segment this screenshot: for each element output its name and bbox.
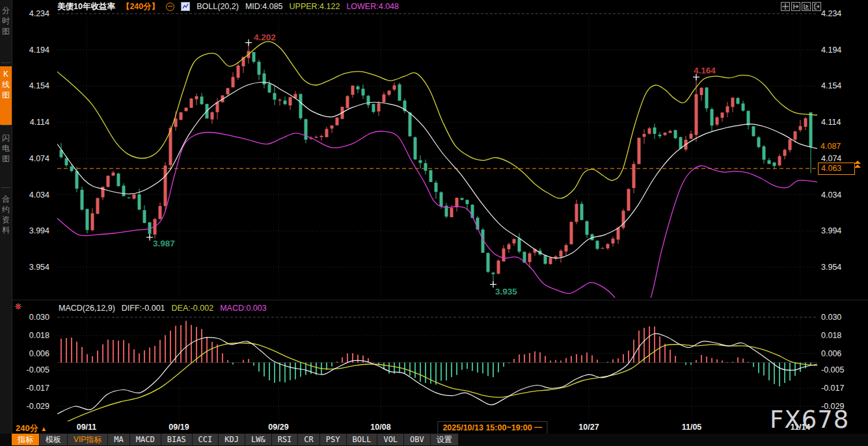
price-axis-label: 4.194	[821, 46, 852, 55]
price-axis-label: 4.154	[18, 81, 49, 90]
toolbar-button-KDJ[interactable]: KDJ	[219, 434, 245, 445]
selected-bar-info: 2025/10/13 15:00~19:00 一	[437, 421, 547, 435]
sidebar-tab-1[interactable]: 分时图	[0, 3, 12, 62]
svg-text:3.935: 3.935	[495, 287, 517, 296]
toolbar-button-CCI[interactable]: CCI	[193, 434, 219, 445]
macd-header: MACD(26,12,9) DIFF:-0.001 DEA:-0.002 MAC…	[59, 304, 267, 313]
toolbar-button-MACD[interactable]: MACD	[130, 434, 161, 445]
watermark: FX678	[770, 406, 849, 434]
x-tick-label: 09/11	[77, 423, 97, 432]
macd-diff-value: DIFF:-0.001	[122, 304, 165, 313]
chart-header: 美债10年收益率 【240分】 BOLL(20,2) MID:4.085 UPP…	[57, 1, 399, 12]
macd-axis-label: -0.005	[821, 365, 852, 374]
price-axis-label: 4.234	[821, 9, 852, 18]
macd-axis-label: -0.005	[18, 365, 49, 374]
toolbar-row: 指标模板VIP指标MAMACDBIASCCIKDJLW&RSICRPSYBOLL…	[0, 434, 868, 446]
last-price-tag: 4.087	[818, 141, 854, 152]
price-axis-label: 4.234	[18, 9, 49, 18]
price-axis-label: 3.994	[821, 226, 852, 235]
price-axis-label: 4.114	[18, 118, 49, 127]
move-tool-icon[interactable]	[781, 2, 790, 11]
boll-upper-value: UPPER:4.122	[290, 2, 340, 11]
price-axis-label: 4.034	[821, 190, 852, 200]
x-tick-label: 11/05	[682, 423, 702, 432]
macd-axis-label: 0.006	[821, 349, 852, 358]
boll-lower-value: LOWER:4.048	[346, 2, 399, 11]
sidebar-divider	[1, 125, 10, 125]
toolbar-button-指标[interactable]: 指标	[12, 434, 40, 445]
kline-chart-app: 4.2023.9873.9354.164 分时图K线图闪电图合约资料 美债10年…	[0, 0, 868, 446]
svg-text:4.202: 4.202	[254, 33, 276, 42]
macd-axis-label: -0.017	[18, 384, 49, 393]
toolbar-button-设置[interactable]: 设置	[431, 434, 459, 445]
price-axis-label: 4.194	[18, 46, 49, 55]
x-tick-label: 09/29	[268, 423, 288, 432]
macd-axis-label: 0.030	[18, 313, 49, 322]
macd-label: MACD(26,12,9)	[59, 304, 115, 313]
svg-text:3.987: 3.987	[153, 239, 175, 248]
x-axis: 240分 ▲ 2025/10/13 15:00~19:00 一 09/1109/…	[0, 420, 868, 434]
sidebar-tab-3[interactable]: 闪电图	[0, 130, 12, 187]
macd-hist-value: MACD:0.003	[220, 304, 267, 313]
chart-canvas[interactable]: 4.2023.9873.9354.164	[0, 0, 868, 446]
zoom-out-icon[interactable]	[166, 3, 174, 11]
price-axis-label: 3.994	[18, 226, 49, 235]
chart-tools	[781, 2, 821, 11]
toolbar-button-OBV[interactable]: OBV	[404, 434, 431, 445]
macd-axis-label: -0.029	[18, 402, 49, 411]
price-axis-label: 4.114	[821, 118, 852, 127]
toolbar-button-VIP指标[interactable]: VIP指标	[68, 434, 108, 445]
toolbar-button-LW&[interactable]: LW&	[245, 434, 272, 445]
x-tick-label: 10/08	[370, 423, 390, 432]
macd-axis-label: 0.018	[18, 331, 49, 340]
x-tick-label: 09/19	[169, 423, 189, 432]
fit-y-axis-icon[interactable]	[791, 2, 800, 11]
macd-axis-label: -0.017	[821, 384, 852, 393]
macd-axis-label: 0.030	[821, 313, 852, 322]
indicator-chart-icon[interactable]	[181, 2, 190, 11]
boll-mid-value: MID:4.085	[245, 2, 283, 11]
sidebar-tab-4[interactable]: 合约资料	[0, 191, 12, 265]
toolbar-button-VOL[interactable]: VOL	[377, 434, 404, 445]
price-axis-label: 4.034	[18, 190, 49, 200]
indicator-toolbar: 指标模板VIP指标MAMACDBIASCCIKDJLW&RSICRPSYBOLL…	[12, 434, 459, 445]
macd-axis-label: 0.006	[18, 349, 49, 358]
macd-dea-value: DEA:-0.002	[172, 304, 214, 313]
price-axis-label: 3.954	[821, 263, 852, 272]
panel-divider	[12, 300, 868, 300]
toolbar-button-RSI[interactable]: RSI	[272, 434, 299, 445]
toolbar-button-MA[interactable]: MA	[108, 434, 129, 445]
svg-text:4.164: 4.164	[694, 66, 716, 75]
toolbar-button-BOLL[interactable]: BOLL	[347, 434, 378, 445]
fit-x-axis-icon[interactable]	[802, 2, 811, 11]
toolbar-button-BIAS[interactable]: BIAS	[161, 434, 193, 445]
instrument-title: 美债10年收益率	[57, 1, 115, 12]
boll-label: BOLL(20,2)	[197, 2, 239, 11]
period-dropdown[interactable]: 240分 ▲	[16, 423, 47, 434]
alert-price-tag: 4.063	[818, 163, 855, 175]
sidebar-tab-2[interactable]: K线图	[0, 66, 12, 125]
indicator-settings-icon[interactable]: ✳	[14, 302, 23, 311]
scroll-to-latest-icon[interactable]	[854, 161, 861, 168]
toolbar-button-CR[interactable]: CR	[298, 434, 319, 445]
sidebar-divider	[1, 62, 10, 63]
sidebar-divider	[1, 187, 10, 188]
macd-axis-label: 0.018	[821, 331, 852, 340]
toolbar-button-PSY[interactable]: PSY	[320, 434, 347, 445]
price-axis-label: 4.074	[821, 154, 852, 163]
price-axis-label: 3.954	[18, 263, 49, 272]
toolbar-button-模板[interactable]: 模板	[40, 434, 68, 445]
price-axis-label: 4.154	[821, 81, 852, 90]
x-tick-label: 10/27	[578, 423, 599, 432]
sidebar: 分时图K线图闪电图合约资料	[0, 0, 12, 446]
pan-right-icon[interactable]	[812, 2, 821, 11]
price-axis-label: 4.074	[18, 154, 49, 163]
period-badge: 【240分】	[122, 1, 159, 12]
